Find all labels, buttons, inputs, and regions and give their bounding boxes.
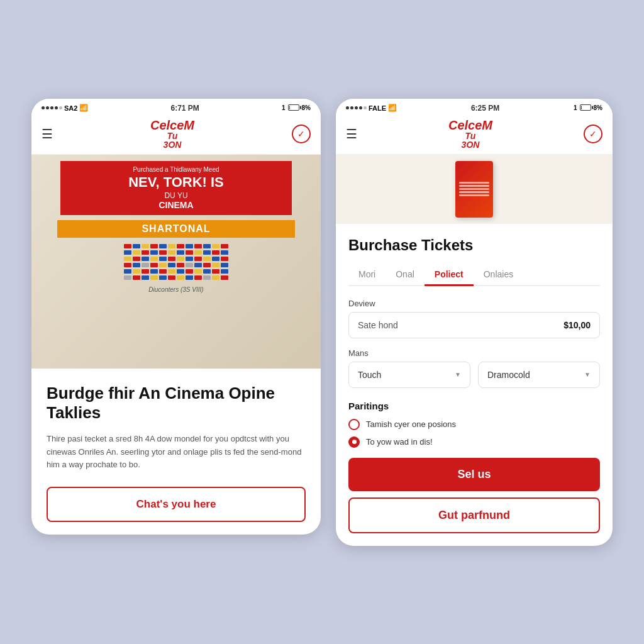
status-left: SA2 📶: [42, 104, 88, 112]
left-nav-bar: ☰ CelceM Tu 3ON ✓: [31, 115, 321, 155]
time-right: 6:25 PM: [471, 104, 499, 113]
battery-icon-left: [288, 104, 299, 112]
hamburger-icon-right[interactable]: ☰: [346, 126, 357, 142]
poster-title: NEV, TORK! IS: [68, 175, 284, 190]
right-content: Burchase Tickets Mori Onal Poliect Onlai…: [336, 224, 613, 546]
dropdown-touch-value: Touch: [358, 370, 381, 380]
poster-cinema: CINEMA: [68, 200, 284, 210]
dropdown-touch[interactable]: Touch ▼: [348, 362, 470, 388]
carrier-left: SA2: [64, 104, 77, 112]
cta-button[interactable]: Chat's you here: [47, 487, 306, 522]
status-left-right: FALE 📶: [346, 104, 397, 112]
status-right-left: 1 8%: [282, 104, 311, 112]
carrier-right: FALE: [369, 104, 386, 112]
logo-right: CelceM Tu 3ON: [448, 119, 492, 149]
tab-onal[interactable]: Onal: [386, 264, 425, 286]
battery-icon-right: [580, 104, 591, 112]
check-icon-right[interactable]: ✓: [584, 125, 602, 143]
battery-pct-left: 8%: [302, 104, 311, 111]
poster-banner: SHARTONAL: [57, 220, 294, 238]
device-price: $10,00: [564, 320, 591, 330]
tab-onlaies[interactable]: Onlaies: [474, 264, 523, 286]
radio-row-1[interactable]: Tamish cyer one posions: [348, 419, 600, 430]
right-phone: FALE 📶 6:25 PM 1 8% ☰ CelceM Tu 3ON ✓: [336, 99, 613, 546]
wifi-icon-right: 📶: [388, 104, 397, 112]
dropdowns-row: Touch ▼ Dramocold ▼: [348, 362, 600, 388]
tabs-row: Mori Onal Poliect Onlaies: [348, 264, 600, 286]
seats-grid: [46, 244, 306, 280]
poster-subtitle: Purchased a Thidlawany Meed: [68, 166, 284, 173]
dropdown-dramocold[interactable]: Dramocold ▼: [478, 362, 600, 388]
right-status-bar: FALE 📶 6:25 PM 1 8%: [336, 99, 613, 115]
radio-label-1: Tamish cyer one posions: [366, 419, 456, 429]
poster-line2: DU YU: [68, 191, 284, 200]
device-label: Deview: [348, 299, 600, 308]
left-status-bar: SA2 📶 6:71 PM 1 8%: [31, 99, 321, 115]
paritings-title: Paritings: [348, 401, 600, 411]
hamburger-icon-left[interactable]: ☰: [42, 126, 53, 142]
chevron-down-icon-2: ▼: [584, 371, 591, 378]
chevron-down-icon-1: ▼: [455, 371, 461, 378]
left-description: Thire pasi tecket a sred 8h 4A dow monde…: [47, 433, 306, 472]
tab-mori[interactable]: Mori: [348, 264, 386, 286]
radio-label-2: To yow wad in dis!: [366, 437, 433, 447]
section-title: Burchase Tickets: [348, 236, 600, 254]
movie-poster-left: Purchased a Thidlawany Meed NEV, TORK! I…: [31, 155, 321, 369]
status-right-right: 1 8%: [574, 104, 602, 112]
device-field[interactable]: Sate hond $10,00: [348, 312, 600, 338]
logo-left: CelceM Tu 3ON: [150, 119, 194, 149]
time-left: 6:71 PM: [171, 104, 199, 113]
wifi-icon-left: 📶: [79, 104, 88, 112]
signal-left: 1: [282, 104, 286, 111]
mans-label: Mans: [348, 348, 600, 358]
tab-poliect[interactable]: Poliect: [425, 264, 474, 286]
primary-button[interactable]: Sel us: [348, 458, 600, 491]
radio-checked-2[interactable]: [348, 436, 360, 448]
left-content: Burdge fhir An Cinema Opine Taklies Thir…: [31, 369, 321, 535]
secondary-button[interactable]: Gut parfnund: [348, 497, 600, 533]
battery-pct-right: 8%: [594, 104, 602, 111]
right-top-banner: [336, 155, 613, 224]
radio-unchecked-1[interactable]: [348, 419, 360, 430]
right-nav-bar: ☰ CelceM Tu 3ON ✓: [336, 115, 613, 155]
left-main-title: Burdge fhir An Cinema Opine Taklies: [47, 384, 306, 423]
poster-bottom: Diuconters (3S VIII): [148, 286, 203, 293]
left-phone: SA2 📶 6:71 PM 1 8% ☰ CelceM Tu 3ON ✓: [31, 99, 321, 535]
ticket-thumbnail: [455, 161, 493, 218]
radio-row-2[interactable]: To yow wad in dis!: [348, 436, 600, 448]
signal-right: 1: [574, 104, 577, 111]
check-icon-left[interactable]: ✓: [292, 125, 311, 143]
dropdown-dramocold-value: Dramocold: [487, 370, 530, 380]
device-value: Sate hond: [358, 320, 398, 330]
